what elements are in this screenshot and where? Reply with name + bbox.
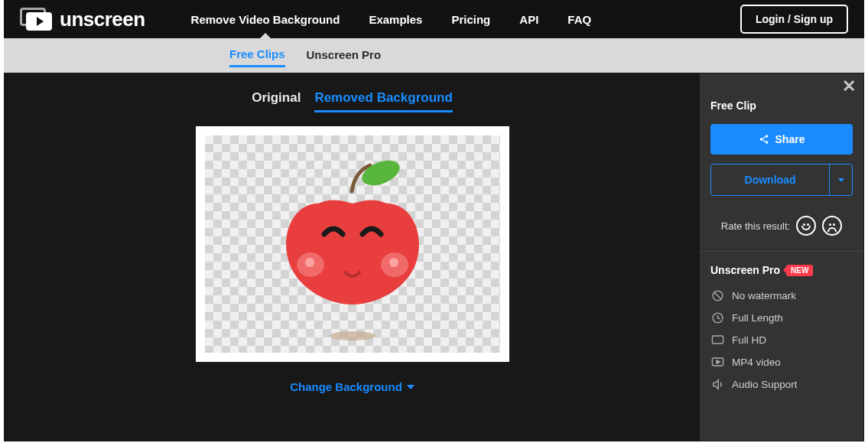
download-button-group: Download bbox=[710, 164, 853, 196]
svg-point-6 bbox=[759, 138, 762, 141]
top-header: unscreen Remove Video Background Example… bbox=[4, 0, 864, 38]
brand-name: unscreen bbox=[60, 8, 145, 31]
change-background-button[interactable]: Change Background bbox=[290, 380, 414, 393]
free-clip-section: Free Clip Share Download Rate this resul… bbox=[700, 95, 863, 251]
sidebar: ✕ Free Clip Share Download Rate this res… bbox=[700, 73, 863, 441]
logo-icon bbox=[20, 8, 52, 31]
nav-api[interactable]: API bbox=[519, 2, 538, 37]
feature-label: Audio Support bbox=[732, 379, 798, 390]
rate-result: Rate this result: bbox=[710, 216, 853, 236]
svg-point-7 bbox=[765, 141, 768, 144]
free-clip-title: Free Clip bbox=[710, 99, 853, 112]
pro-section: Unscreen Pro NEW No watermark Full Lengt… bbox=[700, 252, 863, 403]
rate-sad-icon[interactable] bbox=[822, 216, 842, 236]
feature-no-watermark: No watermark bbox=[710, 288, 853, 302]
feature-audio: Audio Support bbox=[710, 377, 853, 391]
caret-down-icon bbox=[838, 178, 844, 182]
change-background-label: Change Background bbox=[290, 380, 402, 393]
nav-examples[interactable]: Examples bbox=[369, 2, 422, 37]
feature-full-length: Full Length bbox=[710, 311, 853, 324]
apple-graphic bbox=[272, 158, 433, 318]
svg-rect-10 bbox=[712, 336, 723, 344]
logo[interactable]: unscreen bbox=[20, 8, 145, 31]
nav-faq[interactable]: FAQ bbox=[567, 2, 591, 37]
svg-point-3 bbox=[305, 258, 314, 267]
rate-label: Rate this result: bbox=[721, 220, 790, 232]
svg-point-0 bbox=[358, 158, 403, 191]
audio-icon bbox=[710, 377, 724, 391]
hd-icon bbox=[710, 333, 724, 347]
feature-label: Full HD bbox=[732, 334, 766, 346]
pro-feature-list: No watermark Full Length Full HD bbox=[710, 288, 853, 391]
feature-label: MP4 video bbox=[732, 357, 781, 368]
view-tabs: Original Removed Background bbox=[252, 90, 453, 112]
clip-shadow bbox=[330, 331, 375, 340]
main-nav: Remove Video Background Examples Pricing… bbox=[191, 2, 740, 37]
rate-happy-icon[interactable] bbox=[796, 216, 816, 236]
subnav-unscreen-pro[interactable]: Unscreen Pro bbox=[307, 45, 382, 66]
workspace: Original Removed Background bbox=[4, 73, 864, 441]
feature-mp4: MP4 video bbox=[710, 355, 853, 369]
share-icon bbox=[759, 134, 769, 145]
no-watermark-icon bbox=[710, 288, 724, 302]
clock-icon bbox=[710, 311, 724, 324]
feature-label: No watermark bbox=[732, 290, 796, 301]
share-label: Share bbox=[775, 133, 805, 145]
clip-content bbox=[272, 158, 433, 321]
pro-title: Unscreen Pro bbox=[710, 264, 780, 276]
sub-nav: Free Clips Unscreen Pro bbox=[4, 38, 864, 73]
new-badge: NEW bbox=[786, 265, 813, 276]
feature-full-hd: Full HD bbox=[710, 333, 853, 347]
nav-pricing[interactable]: Pricing bbox=[451, 2, 490, 37]
login-signup-button[interactable]: Login / Sign up bbox=[740, 5, 848, 34]
video-icon bbox=[710, 355, 724, 369]
tab-original[interactable]: Original bbox=[252, 90, 301, 112]
chevron-down-icon bbox=[407, 385, 414, 389]
share-button[interactable]: Share bbox=[710, 124, 853, 155]
svg-point-4 bbox=[389, 258, 398, 267]
subnav-free-clips[interactable]: Free Clips bbox=[229, 44, 285, 67]
download-button[interactable]: Download bbox=[711, 164, 829, 195]
svg-point-5 bbox=[765, 135, 768, 138]
download-options-toggle[interactable] bbox=[829, 164, 852, 195]
preview-panel bbox=[196, 126, 509, 362]
nav-remove-background[interactable]: Remove Video Background bbox=[191, 2, 340, 37]
feature-label: Full Length bbox=[732, 312, 783, 324]
tab-removed-background[interactable]: Removed Background bbox=[314, 90, 452, 112]
close-icon[interactable]: ✕ bbox=[842, 78, 856, 95]
canvas-area: Original Removed Background bbox=[5, 73, 700, 441]
